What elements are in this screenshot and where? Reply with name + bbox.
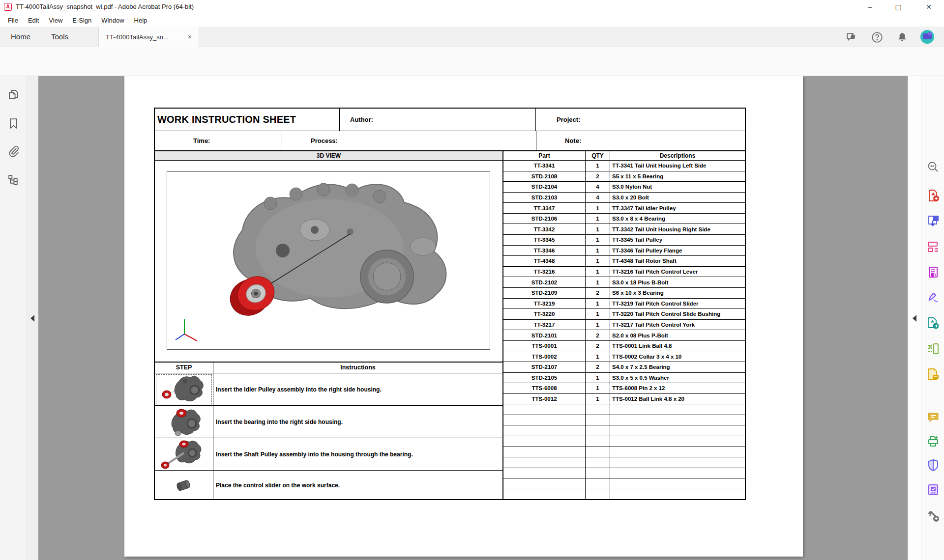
table-row: STD-21034S3.0 x 20 Bolt <box>503 193 745 203</box>
table-row <box>503 447 745 458</box>
3d-view-panel <box>155 161 502 362</box>
table-row <box>503 489 745 500</box>
attachments-icon[interactable] <box>7 145 20 157</box>
table-row: TT-32161TT-3216 Tail Pitch Control Lever <box>503 267 745 278</box>
pdf-page[interactable]: WORK INSTRUCTION SHEET Author: Project: … <box>124 76 803 557</box>
create-pdf-icon[interactable] <box>927 189 940 202</box>
table-row: TTS-00012TTS-0001 Link Ball 4.8 <box>503 341 745 352</box>
left-navigation-rail <box>0 76 27 560</box>
step-4-image <box>155 471 213 500</box>
parts-table: Part QTY Descriptions TT-33411TT-3341 Ta… <box>502 151 745 500</box>
protect-icon[interactable] <box>927 459 940 472</box>
tab-tools[interactable]: Tools <box>44 27 75 47</box>
work-instruction-sheet: WORK INSTRUCTION SHEET Author: Project: … <box>154 108 746 500</box>
step-4-instruction: Place the control slider on the work sur… <box>213 471 502 500</box>
step-row: Insert the Shaft Pulley assembly into th… <box>155 438 502 470</box>
title-bar: A TT-4000TailAssy_snapshot_wi.pdf - Adob… <box>0 0 944 14</box>
scan-doc-icon[interactable] <box>927 266 940 279</box>
close-button[interactable]: ✕ <box>917 0 940 14</box>
3d-view-header: 3D VIEW <box>155 151 502 161</box>
step-row: Place the control slider on the work sur… <box>155 470 502 500</box>
table-row <box>503 468 745 479</box>
note-label: Note: <box>536 131 745 150</box>
edit-pdf-icon[interactable] <box>927 240 940 253</box>
axis-triad-icon <box>176 319 197 341</box>
doc-title: WORK INSTRUCTION SHEET <box>155 109 340 131</box>
page-thumbnails-icon[interactable] <box>7 88 20 101</box>
step-3-instruction: Insert the Shaft Pulley assembly into th… <box>213 438 502 470</box>
table-row: TT-33461TT-3346 Tail Pulley Flange <box>503 246 745 256</box>
export-pdf-icon[interactable] <box>927 215 940 227</box>
tab-document[interactable]: TT-4000TailAssy_sn... × <box>98 27 199 47</box>
snapshot-selection <box>156 374 212 404</box>
parts-rows: TT-33411TT-3341 Tail Unit Housing Left S… <box>503 161 745 500</box>
search-tools-icon[interactable] <box>927 161 940 173</box>
step-column-header: STEP <box>155 363 213 373</box>
window-title: TT-4000TailAssy_snapshot_wi.pdf - Adobe … <box>16 3 194 10</box>
prepare-form-icon[interactable] <box>927 483 940 496</box>
share-feedback-icon[interactable] <box>846 31 858 44</box>
step-row: Insert the bearing into the right side h… <box>155 405 502 438</box>
table-row: STD-21012S2.0 x 08 Plus P-Bolt <box>503 330 745 341</box>
scan-ocr-icon[interactable] <box>927 435 940 448</box>
document-viewport[interactable]: WORK INSTRUCTION SHEET Author: Project: … <box>38 76 908 560</box>
step-1-instruction: Insert the Idler Pulley assembly into th… <box>213 373 502 405</box>
left-panel-strip <box>27 76 38 560</box>
step-row: Insert the Idler Pulley assembly into th… <box>155 373 502 405</box>
table-row: STD-21082S5 x 11 x 5 Bearing <box>503 171 745 182</box>
bell-icon[interactable] <box>896 31 909 44</box>
tab-close-icon[interactable]: × <box>188 33 192 41</box>
table-row <box>503 404 745 415</box>
table-row <box>503 436 745 447</box>
table-row: STD-21051S3.0 x 5 x 0.5 Washer <box>503 373 745 384</box>
expand-right-panel-icon[interactable] <box>913 315 916 322</box>
menu-item-window[interactable]: Window <box>96 15 129 26</box>
tab-home[interactable]: Home <box>4 27 37 47</box>
send-pdf-icon[interactable] <box>927 317 940 330</box>
help-icon[interactable] <box>871 31 884 44</box>
table-row <box>503 478 745 489</box>
layers-icon[interactable] <box>7 174 20 186</box>
menu-item-view[interactable]: View <box>44 15 67 26</box>
3d-model-image <box>167 171 490 350</box>
collapse-left-panel-icon[interactable] <box>30 315 34 322</box>
table-row <box>503 425 745 436</box>
menu-item-edit[interactable]: Edit <box>23 15 44 26</box>
request-signature-icon[interactable] <box>927 368 940 381</box>
table-row: TT-33421TT-3342 Tail Unit Housing Right … <box>503 224 745 235</box>
main-area: WORK INSTRUCTION SHEET Author: Project: … <box>0 76 944 560</box>
tab-bar: Home Tools TT-4000TailAssy_sn... × <box>0 27 944 47</box>
bookmarks-icon[interactable] <box>7 117 20 130</box>
table-row: STD-21044S3.0 Nylon Nut <box>503 182 745 193</box>
combine-files-icon[interactable] <box>927 342 940 355</box>
table-row: TT-33451TT-3345 Tail Pulley <box>503 235 745 246</box>
instructions-column-header: Instructions <box>213 363 502 373</box>
table-row: TT-43481TT-4348 Tail Rotor Shaft <box>503 256 745 267</box>
table-row: TT-32201TT-3220 Tail Pitch Control Slide… <box>503 309 745 320</box>
table-row: TTS-00121TTS-0012 Ball Link 4.8 x 20 <box>503 394 745 405</box>
parts-header-descriptions: Descriptions <box>610 151 745 160</box>
table-row: STD-21072S4.0 x 7 x 2.5 Bearing <box>503 362 745 373</box>
parts-table-header: Part QTY Descriptions <box>503 151 745 161</box>
step-2-instruction: Insert the bearing into the right side h… <box>213 406 502 438</box>
menu-item-esign[interactable]: E-Sign <box>67 15 96 26</box>
user-avatar[interactable] <box>920 30 934 44</box>
right-panel-strip <box>908 76 921 560</box>
menu-bar: FileEditViewE-SignWindowHelp <box>3 14 593 27</box>
more-tools-icon[interactable] <box>927 509 940 522</box>
step-3-image <box>155 438 213 470</box>
table-row <box>503 457 745 468</box>
parts-header-part: Part <box>503 151 586 160</box>
table-row: TTS-00021TTS-0002 Collar 3 x 4 x 10 <box>503 351 745 362</box>
process-label: Process: <box>282 131 536 150</box>
fill-sign-tool-icon[interactable] <box>927 291 940 304</box>
menu-item-file[interactable]: File <box>3 15 23 26</box>
step-2-image <box>155 406 213 438</box>
maximize-button[interactable]: ▢ <box>887 0 910 14</box>
menu-item-help[interactable]: Help <box>129 15 152 26</box>
comment-tool-icon[interactable] <box>927 411 940 424</box>
minimize-button[interactable]: – <box>859 0 882 14</box>
author-label: Author: <box>340 109 536 131</box>
table-row: STD-21021S3.0 x 18 Plus B-Bolt <box>503 277 745 288</box>
table-row: TTS-60081TTS-6008 Pin 2 x 12 <box>503 383 745 394</box>
